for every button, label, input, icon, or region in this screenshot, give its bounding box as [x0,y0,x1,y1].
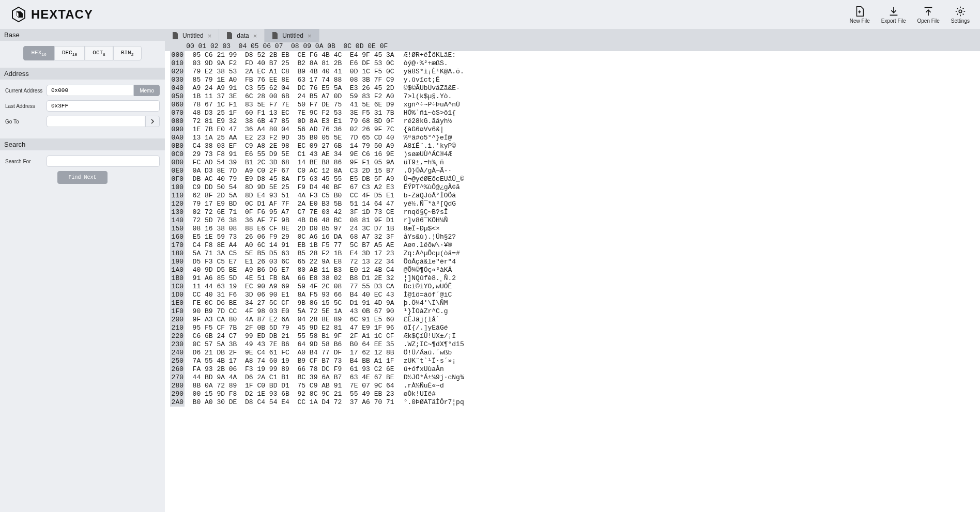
ascii: y.ûvîct;É [404,76,440,84]
base-option-bin[interactable]: BIN2 [113,46,142,60]
hex-row[interactable]: 290 00 15 9D F8 D2 1E 93 6B 92 8C 9C 21 … [165,390,980,398]
last-address-label: Last Address [5,103,47,109]
close-icon[interactable]: × [208,32,212,40]
goto-input[interactable] [47,116,145,127]
offset: 080 [170,117,185,126]
hex-row[interactable]: 250 7A 55 4B 17 A8 74 60 19 B9 CF B7 73 … [165,357,980,365]
hex-row[interactable]: 1F0 90 B9 7D CC 4F 98 03 E0 5A 72 5E 1A … [165,307,980,316]
settings-button[interactable]: Settings [951,6,970,24]
offset: 0A0 [170,134,185,142]
open-file-button[interactable]: Open File [917,6,940,24]
tab-bar: Untitled×data×Untitled× [165,29,980,42]
tab-2[interactable]: Untitled× [265,29,319,42]
new-file-button[interactable]: New File [850,6,870,24]
tab-1[interactable]: data× [219,29,265,42]
offset: 270 [170,374,185,382]
hex-row[interactable]: 200 9F A3 CA 80 4A 87 E2 6A 04 28 8E 89 … [165,316,980,324]
chevron-right-icon [150,119,155,124]
search-panel-title: Search [0,138,165,150]
offset: 0C0 [170,150,185,159]
goto-button[interactable] [145,116,160,127]
ascii: ©$©ÃUbÜvåZã&E- [404,84,460,92]
hex-row[interactable]: 280 8B 0A 72 89 1F C0 BD D1 75 C9 AB 91 … [165,382,980,390]
hex-row[interactable]: 230 0C 57 5A 3B 49 43 7E B6 64 9D 58 B6 … [165,340,980,349]
hex-row[interactable]: 150 08 16 38 08 88 E6 CF 8E 2D D0 B5 97 … [165,225,980,233]
ascii: Dcì©iYO,wUÓÊ [404,283,452,291]
ascii: Æ!ØR+ëÎöKLäE: [404,51,456,59]
hex-row[interactable]: 0B0 C4 38 03 EF C9 A8 2E 98 EC 09 27 6B … [165,142,980,150]
offset: 1C0 [170,283,185,291]
hex-row[interactable]: 190 D5 F3 C5 E7 E1 26 03 6C 65 22 9A E8 … [165,258,980,266]
hex-row[interactable]: 0F0 DB AC 40 79 E9 D8 45 8A F5 63 45 55 … [165,175,980,183]
find-next-button[interactable]: Find Next [57,171,107,184]
hex-row[interactable]: 1A0 40 9D D5 BE A9 B6 D6 E7 80 AB 11 B3 … [165,266,980,274]
ascii: ¦]NQûfè8.¸Ñ.2 [404,274,456,283]
hex-row[interactable]: 260 FA 93 2B 06 F3 19 99 89 66 78 DC F9 … [165,365,980,374]
base-option-dec[interactable]: DEC10 [54,46,85,60]
hex-row[interactable]: 0E0 0A D3 8E 7D A9 C0 2F 67 C0 AC 12 8A … [165,167,980,175]
offset: 060 [170,101,185,109]
offset: 250 [170,357,185,365]
hex-row[interactable]: 2A0 B0 A0 30 DE D8 C4 54 E4 CC 1A D4 72 … [165,398,980,407]
hex-row[interactable]: 110 62 8F 2D 5A 8D E4 93 51 4A F3 C5 B0 … [165,192,980,200]
ascii: 7>l(k$µ§.Yò. [404,92,452,101]
hex-view[interactable]: 00 01 02 03 04 05 06 07 08 09 0A 0B 0C 0… [165,42,980,512]
ascii: 8æÏ-Ðµ$<× [404,225,440,233]
offset: 210 [170,324,185,332]
offset: 1A0 [170,266,185,274]
offset: 150 [170,225,185,233]
memo-button[interactable]: Memo [134,85,160,96]
hex-column-header: 00 01 02 03 04 05 06 07 08 09 0A 0B 0C 0… [165,42,980,51]
hex-row[interactable]: 1B0 91 A6 85 5D 4E 51 FB 8A 66 E8 38 02 … [165,274,980,283]
download-icon [888,6,899,17]
offset: 090 [170,126,185,134]
offset: 0B0 [170,142,185,150]
hex-row[interactable]: 210 95 F5 CF 7B 2F 0B 5D 79 45 9D E2 81 … [165,324,980,332]
hex-row[interactable]: 140 72 5D 76 38 36 AF 7F 9B 4B D6 48 BC … [165,216,980,225]
hex-row[interactable]: 270 44 BD 9A 4A D6 2A C1 B1 BC 39 6A B7 … [165,374,980,382]
hex-row[interactable]: 030 85 79 1E A0 FB 76 EE 8E 63 17 74 88 … [165,76,980,84]
hex-row[interactable]: 0D0 FC AD 54 39 B1 2C 3D 68 14 BE B8 86 … [165,159,980,167]
hex-row[interactable]: 060 78 67 1C F1 83 5E F7 7E 50 F7 DE 75 … [165,101,980,109]
hex-row[interactable]: 100 C9 DD 50 54 8D 9D 5E 25 F9 D4 40 BF … [165,183,980,192]
hex-row[interactable]: 1E0 FE 0C D6 BE 34 27 5C CF 9B 86 15 5C … [165,299,980,307]
upload-icon [923,6,934,17]
offset: 280 [170,382,185,390]
offset: 200 [170,316,185,324]
offset: 220 [170,332,185,340]
search-for-label: Search For [5,159,47,164]
tab-0[interactable]: Untitled× [165,29,219,42]
hex-row[interactable]: 080 72 81 E9 32 38 6B 47 85 0D 8A E3 E1 … [165,117,980,126]
hex-row[interactable]: 0A0 13 1A 25 AA E2 23 F2 9D 35 B0 05 5E … [165,134,980,142]
hex-row[interactable]: 050 1B 11 37 3E 6C 28 00 6B 24 B5 A7 0D … [165,92,980,101]
offset: 140 [170,216,185,225]
hex-row[interactable]: 000 05 C6 21 99 D8 52 2B EB CE F6 4B 4C … [165,51,980,59]
hex-row[interactable]: 1D0 CC 40 31 F6 3D 06 90 E1 8A F5 93 66 … [165,291,980,299]
hex-row[interactable]: 240 D6 21 DB 2F 9E C4 61 FC A0 B4 77 DF … [165,349,980,357]
close-icon[interactable]: × [308,32,312,40]
hex-row[interactable]: 070 48 D3 25 1F 60 F1 13 EC 7E 9C F2 53 … [165,109,980,117]
hex-row[interactable]: 010 03 9D 9A F2 FD 40 B7 25 B2 8A 81 2B … [165,59,980,68]
hex-row[interactable]: 180 5A 71 3A C5 5E B5 D5 63 B5 28 F2 1B … [165,250,980,258]
hex-row[interactable]: 040 A9 24 A9 91 C3 55 62 04 DC 76 E5 5A … [165,84,980,92]
current-address-input[interactable] [47,85,134,96]
ascii: yé½.Ñ¯*à³[QdG [404,200,456,208]
hex-row[interactable]: 120 79 17 E9 BD 0C D1 AF 7F 2A E0 B3 5B … [165,200,980,208]
ascii: %ªâ#ò5°^}eÍ@ [404,134,452,142]
hex-row[interactable]: 220 C6 6B 24 C7 99 ED DB 21 55 58 B1 9F … [165,332,980,340]
hex-row[interactable]: 130 02 72 6E 71 0F F6 95 A7 C7 7E 03 42 … [165,208,980,216]
base-option-oct[interactable]: OCT8 [85,46,113,60]
ascii: yâ8S*ì¡È¹K@A.õ. [404,68,464,76]
app-title: HEXTACY [31,7,93,22]
hex-row[interactable]: 090 1E 7B E0 47 36 A4 80 04 56 AD 76 36 … [165,126,980,134]
hex-row[interactable]: 020 79 E2 38 53 2A EC A1 C8 B9 4B 40 41 … [165,68,980,76]
ascii: ÕóÅçá&le"èr"4 [404,258,456,266]
close-icon[interactable]: × [253,32,257,40]
hex-row[interactable]: 170 C4 F8 8E A4 A0 6C 14 91 EB 1B F5 77 … [165,241,980,250]
base-option-hex[interactable]: HEX16 [23,46,54,60]
hex-row[interactable]: 160 E5 1E 59 73 26 06 F9 29 0C A6 16 DA … [165,233,980,241]
hex-row[interactable]: 0C0 29 73 F8 91 E6 55 D9 5E C1 43 AE 34 … [165,150,980,159]
hex-row[interactable]: 1C0 11 44 63 19 EC 90 A9 69 59 4F 2C 08 … [165,283,980,291]
export-file-button[interactable]: Export File [881,6,906,24]
search-input[interactable] [47,156,160,167]
